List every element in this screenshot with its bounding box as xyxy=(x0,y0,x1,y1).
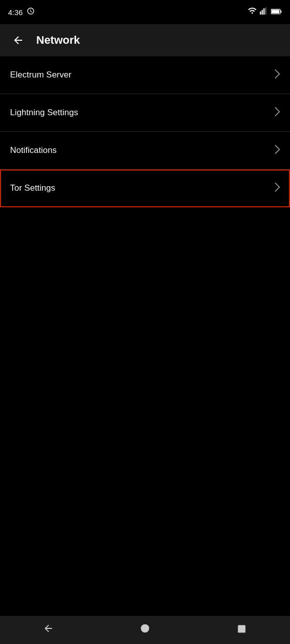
page-title: Network xyxy=(36,34,80,47)
wifi-icon xyxy=(248,8,257,17)
svg-rect-5 xyxy=(280,11,281,13)
chevron-right-icon xyxy=(275,183,280,194)
chevron-right-icon xyxy=(275,145,280,156)
signal-icon xyxy=(260,8,268,17)
settings-item-label: Notifications xyxy=(10,145,57,155)
settings-item-electrum-server[interactable]: Electrum Server xyxy=(0,56,290,94)
settings-item-lightning-settings[interactable]: Lightning Settings xyxy=(0,94,290,132)
battery-icon xyxy=(271,8,282,17)
nav-back-button[interactable] xyxy=(34,620,62,640)
nav-bar xyxy=(0,616,290,644)
nav-home-button[interactable] xyxy=(131,620,159,640)
chevron-right-icon xyxy=(275,69,280,81)
settings-item-label: Lightning Settings xyxy=(10,108,78,118)
svg-rect-8 xyxy=(238,625,246,633)
nav-recents-button[interactable] xyxy=(228,620,256,640)
settings-list: Electrum Server Lightning Settings Notif… xyxy=(0,56,290,207)
nav-back-icon xyxy=(43,623,54,637)
settings-item-notifications[interactable]: Notifications xyxy=(0,132,290,170)
app-bar: Network xyxy=(0,24,290,56)
svg-rect-6 xyxy=(271,10,279,13)
svg-point-7 xyxy=(141,624,150,633)
nav-home-icon xyxy=(140,623,150,636)
nav-recents-icon xyxy=(237,623,246,636)
svg-rect-2 xyxy=(263,9,264,15)
svg-rect-3 xyxy=(265,8,266,15)
status-time: 4:36 xyxy=(8,8,23,17)
svg-rect-1 xyxy=(262,10,263,15)
chevron-right-icon xyxy=(275,107,280,119)
status-bar-right xyxy=(248,8,282,17)
status-bar-left: 4:36 xyxy=(8,7,35,17)
settings-item-label: Tor Settings xyxy=(10,183,55,193)
status-bar: 4:36 xyxy=(0,0,290,24)
back-button[interactable] xyxy=(8,30,28,50)
settings-item-label: Electrum Server xyxy=(10,70,71,80)
alarm-icon xyxy=(27,7,35,17)
svg-rect-0 xyxy=(260,12,261,15)
settings-item-tor-settings[interactable]: Tor Settings xyxy=(0,170,290,207)
